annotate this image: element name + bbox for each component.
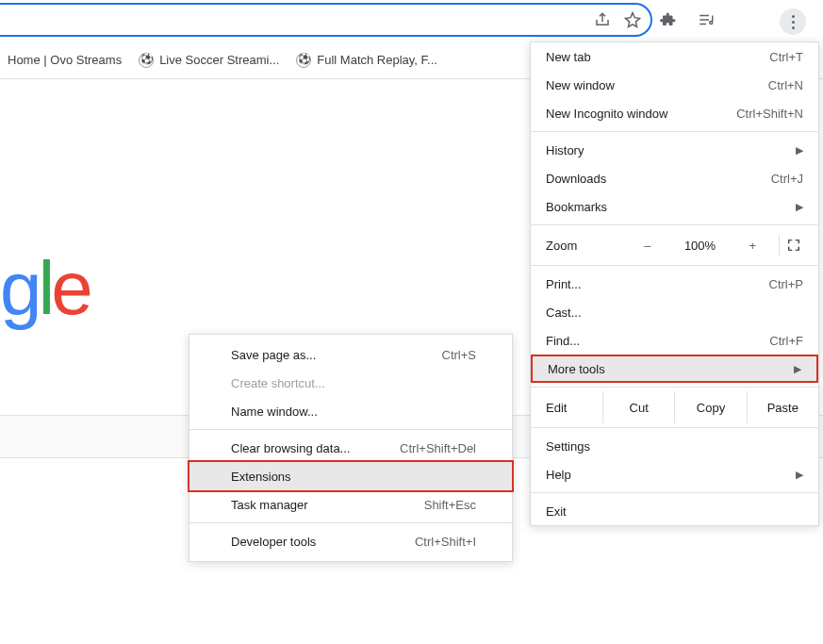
more-tools-submenu: Save page as... Ctrl+S Create shortcut..…: [189, 334, 513, 562]
separator: [531, 131, 818, 132]
share-icon[interactable]: [594, 11, 611, 28]
bookmark-label: Full Match Replay, F...: [317, 53, 437, 67]
submenu-create-shortcut: Create shortcut...: [189, 369, 512, 397]
bookmark-item[interactable]: Live Soccer Streami...: [139, 53, 279, 68]
menu-exit[interactable]: Exit: [531, 497, 818, 525]
submenu-name-window[interactable]: Name window...: [189, 397, 512, 425]
separator: [531, 492, 818, 493]
chevron-right-icon: ▶: [796, 469, 803, 481]
bookmark-item[interactable]: Full Match Replay, F...: [296, 53, 437, 68]
bookmark-label: Live Soccer Streami...: [159, 53, 279, 67]
zoom-in-button[interactable]: +: [726, 239, 779, 253]
menu-print[interactable]: Print... Ctrl+P: [531, 270, 818, 298]
separator: [531, 265, 818, 266]
menu-edit: Edit Cut Copy Paste: [531, 391, 818, 423]
toolbar: [0, 3, 823, 37]
dots-vertical-icon: [792, 15, 795, 29]
google-logo: gle: [0, 245, 90, 332]
toolbar-right: [660, 3, 715, 37]
menu-new-tab[interactable]: New tab Ctrl+T: [531, 42, 818, 71]
submenu-clear-browsing-data[interactable]: Clear browsing data... Ctrl+Shift+Del: [189, 434, 512, 462]
menu-downloads[interactable]: Downloads Ctrl+J: [531, 164, 818, 192]
chevron-right-icon: ▶: [796, 201, 803, 213]
menu-find[interactable]: Find... Ctrl+F: [531, 326, 818, 355]
menu-new-incognito[interactable]: New Incognito window Ctrl+Shift+N: [531, 99, 818, 127]
chevron-right-icon: ▶: [796, 144, 803, 157]
submenu-save-page[interactable]: Save page as... Ctrl+S: [189, 340, 512, 369]
separator: [189, 429, 512, 430]
menu-zoom: Zoom – 100% +: [531, 229, 818, 261]
chrome-main-menu: New tab Ctrl+T New window Ctrl+N New Inc…: [530, 41, 819, 526]
music-list-icon[interactable]: [698, 11, 715, 28]
separator: [531, 427, 818, 428]
edit-copy-button[interactable]: Copy: [674, 391, 746, 423]
omnibox[interactable]: [0, 3, 652, 37]
edit-cut-button[interactable]: Cut: [602, 391, 674, 423]
fullscreen-button[interactable]: [779, 235, 807, 256]
zoom-out-button[interactable]: –: [621, 239, 674, 253]
separator: [531, 224, 818, 225]
menu-help[interactable]: Help ▶: [531, 460, 818, 488]
menu-history[interactable]: History ▶: [531, 136, 818, 164]
chrome-menu-button[interactable]: [780, 8, 806, 35]
soccer-icon: [296, 53, 311, 68]
submenu-task-manager[interactable]: Task manager Shift+Esc: [189, 490, 512, 519]
zoom-value: 100%: [674, 239, 727, 253]
star-icon[interactable]: [624, 11, 641, 28]
separator: [531, 387, 818, 388]
soccer-icon: [139, 53, 154, 68]
bookmark-label: Home | Ovo Streams: [8, 53, 122, 67]
menu-more-tools[interactable]: More tools ▶: [531, 355, 818, 383]
submenu-developer-tools[interactable]: Developer tools Ctrl+Shift+I: [189, 527, 512, 555]
separator: [189, 522, 512, 523]
edit-paste-button[interactable]: Paste: [747, 391, 818, 423]
fullscreen-icon: [787, 239, 800, 252]
menu-bookmarks[interactable]: Bookmarks ▶: [531, 192, 818, 221]
chevron-right-icon: ▶: [794, 363, 801, 375]
menu-settings[interactable]: Settings: [531, 432, 818, 460]
bookmark-item[interactable]: Home | Ovo Streams: [8, 53, 122, 67]
menu-new-window[interactable]: New window Ctrl+N: [531, 71, 818, 99]
submenu-extensions[interactable]: Extensions: [189, 462, 512, 490]
puzzle-icon[interactable]: [660, 11, 677, 28]
menu-cast[interactable]: Cast...: [531, 298, 818, 326]
